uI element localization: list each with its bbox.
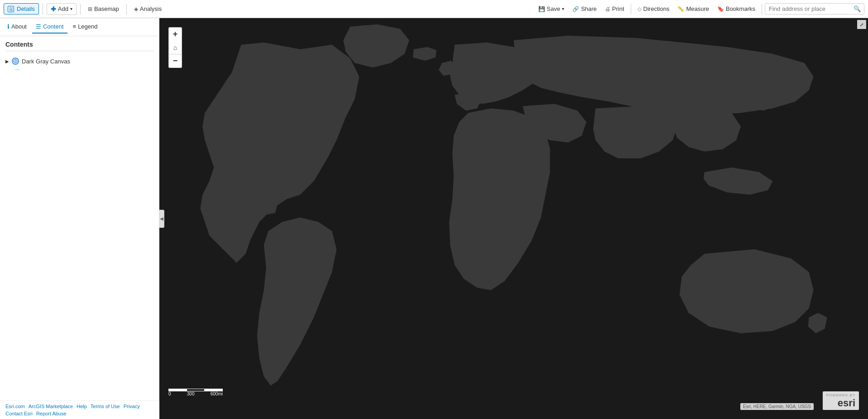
print-button[interactable]: 🖨 Print [601, 4, 628, 14]
search-box: 🔍 [765, 3, 864, 14]
bookmarks-icon: 🔖 [717, 6, 724, 12]
save-button[interactable]: 💾 Save ▾ [535, 4, 568, 14]
details-button[interactable]: ☰ Details [4, 3, 39, 14]
zoom-out-button[interactable]: − [168, 54, 182, 68]
basemap-label: Basemap [94, 5, 119, 12]
collapse-icon: ◀ [160, 216, 163, 221]
add-icon: ✚ [51, 5, 56, 13]
layer-item: ▶ Dark Gray Canvas [5, 56, 153, 67]
scale-labels: 0 300 600mi [168, 391, 223, 396]
legend-icon: ≡ [73, 23, 77, 30]
separator-2 [80, 4, 81, 14]
attribution-text: Esri, HERE, Garmin, NGA, USGS [743, 404, 811, 409]
footer-link-help[interactable]: Help [77, 404, 87, 409]
map-canvas [159, 18, 868, 419]
share-icon: 🔗 [572, 6, 579, 12]
toolbar-left: ☰ Details ✚ Add ▾ ⊞ Basemap ◈ Analysis [4, 3, 165, 15]
toolbar-right: 💾 Save ▾ 🔗 Share 🖨 Print ◇ Directions 📏 … [535, 3, 864, 14]
map-controls: + ⌂ − [168, 27, 182, 68]
content-icon: ☰ [36, 23, 41, 30]
details-label: Details [17, 5, 35, 12]
analysis-button[interactable]: ◈ Analysis [130, 4, 165, 14]
sidebar: ℹ About ☰ Content ≡ Legend Contents ▶ Da… [0, 18, 159, 419]
scale-label-1: 300 [187, 391, 195, 396]
directions-button[interactable]: ◇ Directions [634, 4, 673, 14]
separator-3 [126, 4, 127, 14]
scale-bar: 0 300 600mi [168, 389, 223, 396]
measure-label: Measure [686, 5, 709, 12]
footer-link-terms[interactable]: Terms of Use [91, 404, 120, 409]
separator-1 [43, 4, 43, 14]
directions-icon: ◇ [638, 6, 642, 12]
footer-link-esri[interactable]: Esri.com [5, 404, 25, 409]
footer: Esri.com ArcGIS Marketplace Help Terms o… [0, 400, 159, 419]
tab-legend-label: Legend [78, 23, 97, 30]
save-label: Save [547, 5, 561, 12]
analysis-icon: ◈ [134, 6, 138, 12]
measure-icon: 📏 [677, 6, 684, 12]
zoom-home-button[interactable]: ⌂ [168, 41, 182, 54]
map-area[interactable]: ⤢ + ⌂ − 0 300 [159, 18, 868, 419]
esri-powered-text: POWERED BY [826, 393, 855, 397]
print-icon: 🖨 [605, 6, 610, 12]
search-input[interactable] [765, 4, 851, 14]
layer-name: Dark Gray Canvas [22, 58, 70, 65]
map-attribution: Esri, HERE, Garmin, NGA, USGS [740, 403, 814, 410]
analysis-label: Analysis [140, 5, 162, 12]
search-button[interactable]: 🔍 [851, 4, 864, 14]
esri-logo: POWERED BY esri [823, 391, 859, 410]
footer-link-report[interactable]: Report Abuse [36, 411, 67, 416]
share-label: Share [581, 5, 597, 12]
tab-about[interactable]: ℹ About [4, 20, 30, 34]
save-caret: ▾ [562, 6, 564, 11]
layer-type-icon [12, 58, 19, 65]
add-button[interactable]: ✚ Add ▾ [47, 3, 77, 15]
footer-link-contact[interactable]: Contact Esri [5, 411, 33, 416]
layer-options[interactable]: ··· [5, 67, 153, 72]
main-layout: ℹ About ☰ Content ≡ Legend Contents ▶ Da… [0, 18, 868, 419]
print-label: Print [612, 5, 624, 12]
footer-link-marketplace[interactable]: ArcGIS Marketplace [29, 404, 73, 409]
details-icon: ☰ [8, 6, 14, 12]
basemap-icon: ⊞ [88, 6, 92, 12]
expand-button[interactable]: ⤢ [857, 20, 866, 29]
contents-title: Contents [5, 41, 153, 51]
bookmarks-label: Bookmarks [726, 5, 755, 12]
sidebar-content: Contents ▶ Dark Gray Canvas ··· [0, 36, 159, 419]
tab-content-label: Content [43, 23, 64, 30]
share-button[interactable]: 🔗 Share [569, 4, 600, 14]
layer-expand-icon[interactable]: ▶ [5, 59, 9, 64]
bookmarks-button[interactable]: 🔖 Bookmarks [714, 4, 759, 14]
separator-4 [631, 4, 631, 14]
directions-label: Directions [643, 5, 670, 12]
scale-bar-inner: 0 300 600mi [168, 389, 223, 396]
separator-5 [762, 4, 762, 14]
toolbar: ☰ Details ✚ Add ▾ ⊞ Basemap ◈ Analysis 💾… [0, 0, 868, 18]
add-label: Add [58, 5, 68, 12]
esri-brand-text: esri [838, 398, 855, 408]
expand-icon: ⤢ [860, 22, 863, 27]
sidebar-collapse-handle[interactable]: ◀ [159, 210, 164, 228]
about-icon: ℹ [7, 23, 10, 30]
zoom-out-label: − [173, 56, 178, 66]
basemap-button[interactable]: ⊞ Basemap [84, 4, 123, 14]
tab-content[interactable]: ☰ Content [32, 20, 67, 34]
sidebar-tabs: ℹ About ☰ Content ≡ Legend [0, 18, 159, 36]
footer-link-privacy[interactable]: Privacy [124, 404, 140, 409]
scale-label-0: 0 [168, 391, 171, 396]
zoom-in-label: + [173, 29, 178, 39]
save-icon: 💾 [538, 6, 545, 12]
scale-label-2: 600mi [211, 391, 223, 396]
measure-button[interactable]: 📏 Measure [674, 4, 713, 14]
tab-legend[interactable]: ≡ Legend [69, 20, 101, 34]
zoom-in-button[interactable]: + [168, 27, 182, 41]
tab-about-label: About [11, 23, 27, 30]
add-caret: ▾ [70, 6, 72, 11]
zoom-home-icon: ⌂ [173, 44, 177, 51]
